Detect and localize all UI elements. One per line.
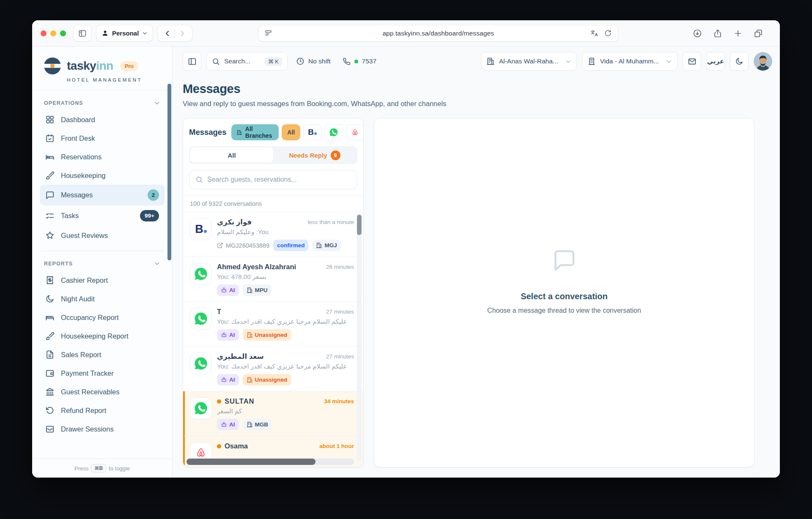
downloads-icon[interactable]: [693, 29, 702, 38]
chat-bubble-icon: [550, 246, 578, 274]
conversation-item[interactable]: T 27 minutes You: عليكم السلام مرحبا عزي…: [183, 302, 363, 347]
browser-actions: [684, 29, 771, 38]
user-avatar[interactable]: [754, 52, 772, 71]
sidebar-item-night-audit[interactable]: Night Audit: [40, 290, 165, 308]
sidebar-item-housekeeping-report[interactable]: Housekeeping Report: [40, 327, 165, 345]
shift-status[interactable]: No shift: [293, 57, 334, 66]
brush-icon: [45, 331, 55, 341]
guest-name: Ahmed Ayesh Alzahrani: [217, 263, 296, 271]
filter-all-branches[interactable]: All Branches: [231, 124, 279, 140]
sidebar-item-sales-report[interactable]: Sales Report: [40, 345, 165, 364]
pro-badge: Pro: [120, 61, 139, 71]
sidebar-item-messages[interactable]: Messages 2: [40, 185, 165, 205]
list-scrollbar-track[interactable]: [357, 214, 362, 461]
fullscreen-button[interactable]: [60, 30, 66, 36]
search-placeholder: Search guests, reservations...: [207, 176, 297, 183]
calendar-check-icon: [45, 134, 55, 143]
dark-mode-toggle[interactable]: [730, 52, 749, 71]
section-reports[interactable]: REPORTS: [40, 258, 165, 271]
sidebar-item-cashier-report[interactable]: Cashier Report: [40, 271, 165, 290]
filter-booking[interactable]: B: [303, 124, 321, 140]
building-icon: [247, 332, 253, 338]
phone-extension[interactable]: 7537: [339, 57, 380, 66]
sidebar-item-drawer-sessions[interactable]: Drawer Sessions: [40, 420, 165, 438]
conversation-item[interactable]: Ahmed Ayesh Alzahrani 26 minutes You: 47…: [183, 257, 363, 302]
sidebar-item-refund-report[interactable]: Refund Report: [40, 401, 165, 420]
conversation-list: B فواز بكري less than a minute You: وعلي…: [183, 212, 363, 467]
panel-left-icon: [188, 57, 197, 66]
tasks-count-badge: 99+: [140, 210, 159, 221]
messages-panel-header: Messages All Branches All B: [183, 118, 363, 145]
tab-needs-reply[interactable]: Needs Reply 9: [273, 148, 356, 163]
share-icon[interactable]: [713, 29, 722, 38]
message-time: 27 minutes: [326, 309, 354, 315]
building-icon: [247, 287, 253, 293]
translate-icon[interactable]: [590, 29, 599, 38]
bank-icon: [45, 387, 55, 396]
brand-name: taskyinn: [67, 59, 113, 73]
reader-view-icon[interactable]: [264, 29, 272, 37]
horizontal-scrollbar[interactable]: [187, 459, 354, 465]
browser-sidebar-toggle[interactable]: [74, 25, 91, 41]
filter-whatsapp[interactable]: [324, 124, 343, 140]
guest-name: فواز بكري: [217, 218, 252, 226]
booking-logo: B: [308, 128, 317, 137]
forward-button[interactable]: [175, 25, 189, 41]
section-operations[interactable]: OPERATIONS: [40, 97, 165, 110]
sidebar-item-reservations[interactable]: Reservations: [40, 148, 165, 166]
wallet-icon: [45, 369, 55, 378]
sidebar-scrollbar[interactable]: [167, 84, 171, 260]
property-selector[interactable]: Vida - Al Muhamm...: [582, 52, 678, 71]
branch-selector[interactable]: Al-Anas Wal-Raha...: [481, 52, 577, 71]
reservation-ref[interactable]: MGJ260453889: [217, 240, 269, 251]
global-search-button[interactable]: Search... ⌘ K: [206, 52, 288, 71]
conversation-search-input[interactable]: Search guests, reservations...: [189, 170, 357, 189]
ai-badge: AI: [217, 419, 239, 430]
star-icon: [45, 231, 55, 240]
sidebar-item-payment-tracker[interactable]: Payment Tracker: [40, 364, 165, 382]
browser-toolbar: Personal app.taskyinn.sa/dashboard/messa…: [32, 20, 780, 46]
needs-reply-count: 9: [331, 150, 340, 160]
chevron-down-icon: [142, 30, 148, 36]
forward-icon: [178, 30, 186, 37]
sidebar-item-tasks[interactable]: Tasks 99+: [40, 205, 165, 226]
back-button[interactable]: [160, 25, 175, 41]
profile-menu[interactable]: Personal: [96, 25, 153, 41]
close-button[interactable]: [41, 30, 47, 36]
search-icon: [212, 57, 220, 66]
sidebar-item-housekeeping[interactable]: Housekeeping: [40, 166, 165, 185]
checklist-icon: [45, 211, 55, 221]
chevron-down-icon: [666, 58, 672, 65]
conversation-item[interactable]: B فواز بكري less than a minute You: وعلي…: [183, 212, 363, 257]
message-time: about 1 hour: [319, 443, 354, 449]
app-sidebar: taskyinn Pro HOTEL MANAGEMENT OPERATIONS…: [32, 46, 173, 478]
sidebar-item-guest-receivables[interactable]: Guest Receivables: [40, 382, 165, 401]
back-icon: [164, 30, 171, 37]
language-toggle[interactable]: عربي: [706, 52, 725, 71]
horizontal-scrollbar-thumb[interactable]: [187, 459, 315, 465]
status-badge: confirmed: [273, 240, 308, 251]
sidebar-item-front-desk[interactable]: Front Desk: [40, 129, 165, 148]
filter-all-channels[interactable]: All: [282, 124, 300, 140]
reload-icon[interactable]: [604, 29, 612, 37]
conversation-item[interactable]: SULTAN 34 minutes كم السعر AI: [183, 391, 363, 436]
collapse-sidebar-button[interactable]: [183, 52, 201, 71]
new-tab-icon[interactable]: [733, 29, 743, 38]
messages-list-panel: Messages All Branches All B: [183, 118, 364, 467]
history-nav: [158, 25, 192, 41]
sidebar-item-dashboard[interactable]: Dashboard: [40, 110, 165, 129]
address-bar[interactable]: app.taskyinn.sa/dashboard/messages: [258, 25, 618, 41]
message-preview: You: وعليكم السلام: [217, 228, 354, 236]
conversation-item[interactable]: سعد المطيري 27 minutes You: عليكم السلام…: [183, 347, 363, 391]
filter-airbnb[interactable]: [346, 124, 364, 140]
mail-button[interactable]: [683, 52, 701, 71]
profile-label: Personal: [112, 30, 139, 37]
tab-all[interactable]: All: [190, 148, 273, 163]
empty-state: Select a conversation Choose a message t…: [487, 246, 641, 314]
message-preview: كم السعر: [217, 407, 354, 415]
minimize-button[interactable]: [50, 30, 56, 36]
list-scrollbar-thumb[interactable]: [357, 215, 362, 235]
sidebar-item-occupancy-report[interactable]: Occupancy Report: [40, 308, 165, 327]
tab-overview-icon[interactable]: [754, 29, 763, 38]
sidebar-item-guest-reviews[interactable]: Guest Reviews: [40, 226, 165, 245]
